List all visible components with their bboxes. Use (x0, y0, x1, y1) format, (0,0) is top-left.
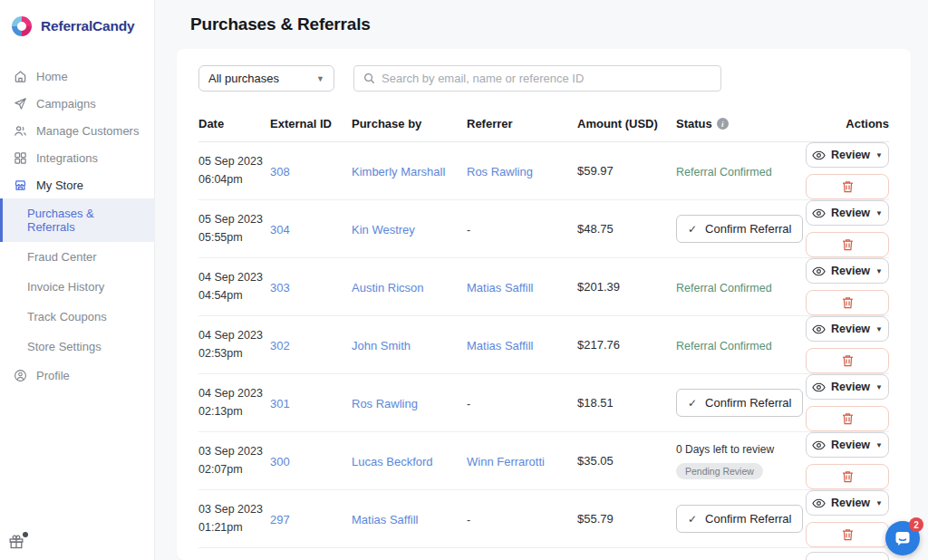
external-id-link[interactable]: 304 (270, 223, 290, 237)
review-button[interactable]: Review ▼ (806, 200, 889, 226)
purchase-by-link[interactable]: Kin Westrey (352, 223, 415, 237)
sidebar-item-integrations[interactable]: Integrations (0, 144, 154, 171)
date-value: 05 Sep 2023 (198, 211, 270, 228)
confirm-referral-button[interactable]: ✓Confirm Referral (676, 215, 803, 243)
date-value: 04 Sep 2023 (198, 269, 270, 286)
purchase-by-link[interactable]: Ros Rawling (352, 397, 418, 410)
search-icon (363, 72, 375, 84)
sidebar-item-my-store[interactable]: My Store (0, 171, 154, 198)
trash-icon (842, 470, 854, 483)
purchase-by-link[interactable]: Austin Ricson (352, 281, 423, 294)
delete-button[interactable] (806, 464, 889, 489)
delete-button[interactable] (806, 174, 889, 199)
col-date: Date (198, 117, 270, 130)
gift-notifications-button[interactable] (8, 534, 28, 554)
chevron-down-icon: ▼ (875, 267, 883, 275)
chat-launcher-button[interactable]: 2 (885, 521, 920, 555)
time-value: 02:07pm (198, 461, 270, 478)
row-actions: Review ▼ (806, 432, 889, 489)
sidebar-nav: Home Campaigns Manage Customers Integrat… (0, 63, 154, 389)
sidebar: ReferralCandy Home Campaigns Manage Cust… (0, 0, 155, 560)
date-value: 03 Sep 2023 (198, 443, 270, 460)
purchase-filter-dropdown[interactable]: All purchases ▼ (198, 65, 334, 92)
referrer-link[interactable]: Ros Rawling (467, 165, 533, 179)
sidebar-item-track-coupons[interactable]: Track Coupons (0, 302, 154, 332)
delete-button[interactable] (806, 406, 889, 431)
status-cell: Referral Confirmed (676, 163, 806, 179)
review-button[interactable]: Review ▼ (806, 490, 889, 516)
sidebar-item-invoice-history[interactable]: Invoice History (0, 272, 154, 302)
confirm-referral-label: Confirm Referral (705, 512, 791, 526)
delete-button[interactable] (806, 348, 889, 373)
app-window: ReferralCandy Home Campaigns Manage Cust… (0, 0, 928, 560)
brand-name: ReferralCandy (41, 18, 134, 34)
external-id-link[interactable]: 301 (270, 397, 290, 410)
review-button[interactable]: Review ▼ (806, 316, 889, 342)
page-title: Purchases & Referrals (190, 14, 911, 34)
purchase-by-link[interactable]: John Smith (352, 339, 411, 352)
purchase-date: 03 Sep 2023 01:21pm (198, 501, 270, 536)
purchase-by-link[interactable]: Lucas Beckford (352, 455, 433, 468)
search-box[interactable] (353, 65, 721, 92)
review-button[interactable]: Review ▼ (806, 374, 889, 400)
purchase-by-link[interactable]: Matias Saffill (352, 513, 418, 526)
delete-button[interactable] (806, 522, 889, 547)
review-button[interactable]: Review ▼ (806, 258, 889, 284)
trash-icon (842, 180, 854, 193)
table-row: 04 Sep 2023 02:13pm 301 Ros Rawling - $1… (198, 374, 889, 432)
sidebar-item-manage-customers[interactable]: Manage Customers (0, 117, 154, 144)
table-body: 05 Sep 2023 06:04pm 308 Kimberly Marshal… (198, 142, 889, 548)
referrer-link[interactable]: Matias Saffill (467, 339, 533, 352)
status-info-icon[interactable]: i (717, 118, 729, 130)
sidebar-item-home[interactable]: Home (0, 63, 154, 90)
sidebar-subitem-label: Fraud Center (27, 250, 97, 264)
chat-unread-badge: 2 (909, 517, 923, 532)
sidebar-item-campaigns[interactable]: Campaigns (0, 90, 154, 117)
eye-icon (812, 324, 826, 334)
sidebar-subitem-label: Invoice History (27, 280, 104, 294)
external-id-link[interactable]: 300 (270, 455, 290, 468)
review-button[interactable]: Review ▼ (806, 432, 889, 458)
review-button[interactable] (806, 552, 889, 560)
sidebar-item-store-settings[interactable]: Store Settings (0, 332, 154, 362)
chevron-down-icon: ▼ (875, 441, 883, 449)
trash-icon (842, 412, 854, 425)
delete-button[interactable] (806, 290, 889, 315)
external-id-link[interactable]: 303 (270, 281, 290, 294)
external-id-link[interactable]: 297 (270, 513, 290, 526)
referrer-empty: - (467, 398, 470, 410)
col-external-id: External ID (270, 117, 352, 130)
status-cell: 0 Days left to reviewPending Review (676, 443, 806, 479)
row-actions: Review ▼ (806, 490, 889, 547)
referrer-link[interactable]: Matias Saffill (467, 281, 533, 294)
users-icon (13, 123, 27, 138)
sidebar-subitem-label: Track Coupons (27, 310, 107, 323)
review-label: Review (831, 381, 870, 393)
purchase-date: 04 Sep 2023 02:53pm (198, 327, 270, 362)
referrer-empty: - (467, 224, 470, 237)
sidebar-item-fraud-center[interactable]: Fraud Center (0, 242, 154, 272)
time-value: 01:21pm (198, 519, 270, 536)
sidebar-item-purchases-referrals[interactable]: Purchases & Referrals (0, 198, 154, 242)
referrer-link[interactable]: Winn Ferrarotti (467, 455, 545, 468)
brand-logo[interactable]: ReferralCandy (0, 0, 154, 52)
amount-value: $59.97 (577, 164, 676, 178)
sidebar-subitem-label: Store Settings (27, 340, 102, 353)
purchase-by-link[interactable]: Kimberly Marshall (352, 165, 445, 179)
external-id-link[interactable]: 308 (270, 165, 290, 179)
sidebar-item-profile[interactable]: Profile (0, 362, 154, 389)
confirm-referral-button[interactable]: ✓Confirm Referral (676, 389, 803, 417)
amount-value: $18.51 (577, 396, 676, 410)
purchase-date: 04 Sep 2023 02:13pm (198, 385, 270, 420)
review-button[interactable]: Review ▼ (806, 142, 889, 168)
confirm-referral-label: Confirm Referral (705, 222, 791, 236)
eye-icon (812, 150, 826, 160)
external-id-link[interactable]: 302 (270, 339, 290, 352)
purchase-date: 05 Sep 2023 06:04pm (198, 153, 270, 188)
eye-icon (812, 266, 826, 276)
date-value: 04 Sep 2023 (198, 385, 270, 402)
date-value: 05 Sep 2023 (198, 153, 270, 170)
confirm-referral-button[interactable]: ✓Confirm Referral (676, 505, 803, 533)
search-input[interactable] (382, 72, 711, 85)
delete-button[interactable] (806, 232, 889, 257)
